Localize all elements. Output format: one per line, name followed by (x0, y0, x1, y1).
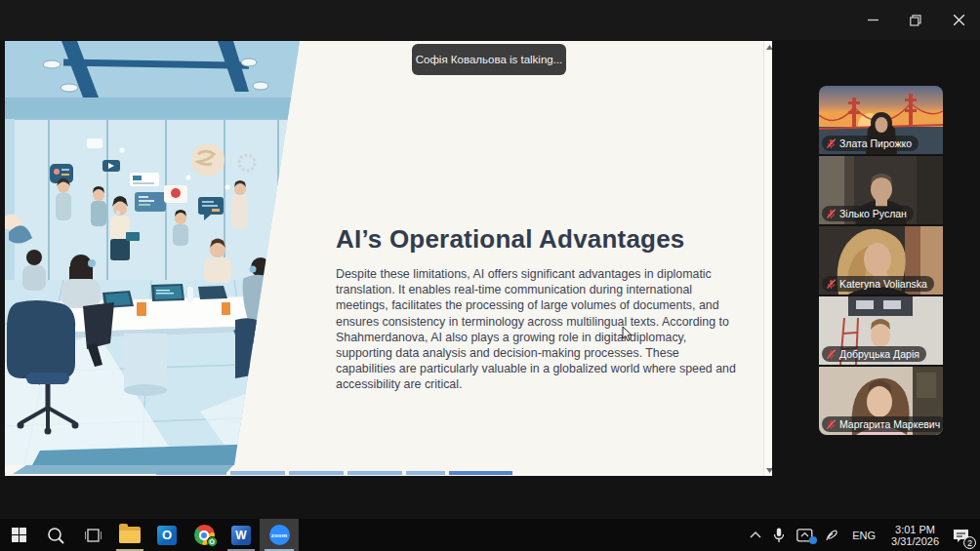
zoom-app-button[interactable]: zoom (260, 519, 299, 551)
microphone-icon (773, 528, 785, 543)
shared-screen-content: AI’s Operational Advantages Despite thes… (5, 41, 772, 476)
participant-name: Зілько Руслан (839, 208, 907, 219)
bottom-bar-segment (449, 471, 512, 475)
slide-title: AI’s Operational Advantages (336, 224, 684, 255)
participant-name-pill: Добруцька Дарія (822, 346, 926, 362)
word-button[interactable]: W (223, 519, 260, 551)
participant-tile[interactable]: Добруцька Дарія (819, 296, 943, 365)
word-icon: W (231, 526, 251, 545)
muted-mic-icon (826, 419, 837, 430)
participant-name: Маргарита Маркевич (839, 418, 940, 430)
system-tray: ENG 3:01 PM 3/31/2026 2 (744, 519, 980, 551)
pen-icon (825, 529, 838, 542)
clock-date: 3/31/2026 (891, 535, 939, 547)
mouse-cursor (622, 327, 633, 346)
taskbar-clock[interactable]: 3:01 PM 3/31/2026 (883, 524, 947, 547)
participant-tile[interactable]: Маргарита Маркевич (819, 367, 943, 435)
close-button[interactable] (937, 0, 980, 40)
participant-tile[interactable]: Зілько Руслан (819, 156, 943, 224)
start-button[interactable] (0, 519, 37, 551)
document-scrollbar[interactable] (763, 41, 772, 476)
file-explorer-button[interactable] (111, 519, 148, 551)
participant-name-pill: Злата Пирожко (822, 136, 919, 151)
screen-share-tray-button[interactable] (791, 519, 819, 551)
window-controls (851, 0, 980, 40)
participant-name-pill: Зілько Руслан (822, 206, 914, 221)
scroll-up-arrow[interactable] (765, 43, 772, 51)
participant-tile[interactable]: Злата Пирожко (819, 86, 943, 154)
active-speaker-notification: Софія Ковальова is talking... (412, 44, 566, 75)
participant-name-pill: Kateryna Volianska (822, 276, 934, 292)
bottom-bar-segment (230, 471, 285, 475)
participants-panel: Злата Пирожко (819, 86, 943, 435)
participant-name-pill: Маргарита Маркевич (822, 416, 943, 432)
participant-name: Добруцька Дарія (839, 348, 919, 360)
office-meeting-illustration (5, 41, 300, 465)
notification-count-badge: 2 (963, 536, 976, 549)
scroll-down-arrow[interactable] (765, 466, 772, 474)
blue-status-dot (809, 536, 817, 544)
search-icon (47, 527, 64, 544)
chrome-button[interactable]: O (185, 519, 223, 551)
windows-logo-icon (12, 528, 26, 542)
pen-tray-button[interactable] (819, 519, 844, 551)
search-button[interactable] (37, 519, 74, 551)
desktop: AI’s Operational Advantages Despite thes… (0, 0, 980, 551)
muted-mic-icon (826, 138, 837, 149)
bottom-bar-segment (406, 471, 445, 475)
restore-button[interactable] (894, 0, 937, 40)
chevron-up-icon (750, 531, 761, 538)
minimize-button[interactable] (851, 0, 894, 40)
slide-illustration (5, 41, 300, 465)
taskbar: O O W zoom (0, 519, 980, 551)
illustration-bottom-trapezoid (5, 465, 239, 474)
slide-bottom-strip (5, 465, 772, 476)
muted-mic-icon (826, 209, 837, 219)
chrome-icon: O (194, 525, 215, 545)
task-view-icon (85, 529, 102, 542)
notification-center-button[interactable]: 2 (947, 519, 980, 551)
task-view-button[interactable] (74, 519, 111, 551)
show-hidden-icons-button[interactable] (744, 519, 767, 551)
outlook-button[interactable]: O (148, 519, 185, 551)
participant-tile[interactable]: Kateryna Volianska (819, 226, 943, 295)
microphone-tray-button[interactable] (767, 519, 791, 551)
muted-mic-icon (826, 349, 837, 360)
language-indicator[interactable]: ENG (844, 530, 883, 541)
muted-mic-icon (826, 279, 837, 290)
clock-time: 3:01 PM (891, 524, 939, 535)
bottom-bar-segment (347, 471, 402, 475)
slide-body-text: Despite these limitations, AI offers sig… (336, 266, 738, 393)
participant-name: Kateryna Volianska (839, 278, 927, 290)
active-speaker-text: Софія Ковальова is talking... (416, 54, 563, 65)
taskbar-left: O O W zoom (0, 519, 299, 551)
zoom-app-icon: zoom (269, 525, 290, 545)
bottom-bar-segment (289, 471, 344, 475)
window-titlebar (0, 0, 980, 40)
outlook-icon: O (157, 526, 177, 545)
file-explorer-icon (119, 527, 141, 543)
participant-name: Злата Пирожко (839, 138, 912, 149)
